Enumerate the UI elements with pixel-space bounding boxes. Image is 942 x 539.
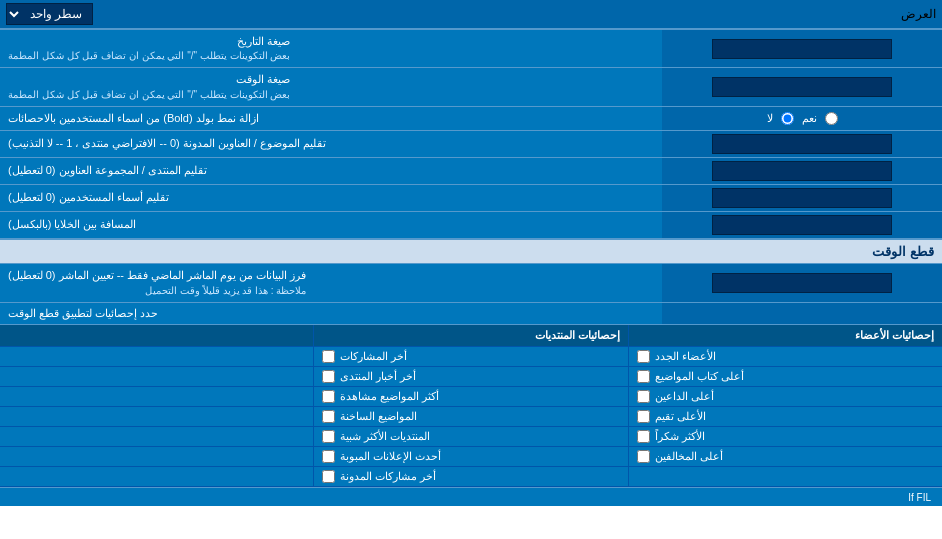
bold-no-label[interactable]: لا bbox=[767, 112, 773, 125]
checkbox-col1-5: أعلى المخالفين bbox=[628, 447, 942, 466]
forum-header-limit-title: تقليم المنتدى / المجموعة العناوين (0 لتع… bbox=[8, 163, 207, 178]
checkbox-col1-0: الأعضاء الجدد bbox=[628, 347, 942, 366]
cutoff-title: قطع الوقت bbox=[872, 244, 934, 259]
date-format-sublabel: بعض التكوينات يتطلب "/" التي يمكن ان تضا… bbox=[8, 49, 290, 63]
col2-header: إحصائيات الأعضاء bbox=[628, 325, 942, 346]
checkbox-row-4: الأكثر شكراًالمنتديات الأكثر شبية bbox=[0, 427, 942, 447]
checkbox-col3-5 bbox=[0, 447, 314, 466]
col1-label-3: الأعلى تقيم bbox=[655, 410, 706, 423]
col2-checkbox-3[interactable] bbox=[322, 410, 335, 423]
col2-checkbox-5[interactable] bbox=[322, 450, 335, 463]
col1-label-4: الأكثر شكراً bbox=[655, 430, 705, 443]
checkbox-row-0: الأعضاء الجددأخر المشاركات bbox=[0, 347, 942, 367]
limit-label-row: حدد إحصائيات لتطبيق قطع الوقت bbox=[0, 303, 942, 325]
bold-remove-input-cell: نعم لا bbox=[662, 107, 942, 130]
checkbox-col2-0: أخر المشاركات bbox=[314, 347, 627, 366]
topic-title-limit-title: تقليم الموضوع / العناوين المدونة (0 -- ا… bbox=[8, 136, 326, 151]
checkbox-col3-6 bbox=[0, 467, 314, 486]
checkbox-col2-3: المواضيع الساخنة bbox=[314, 407, 627, 426]
checkbox-headers-row: إحصائيات الأعضاء إحصائيات المنتديات bbox=[0, 325, 942, 347]
checkbox-col2-2: أكثر المواضيع مشاهدة bbox=[314, 387, 627, 406]
col2-label-4: المنتديات الأكثر شبية bbox=[340, 430, 430, 443]
bold-remove-label: ازالة نمط بولد (Bold) من اسماء المستخدمي… bbox=[0, 107, 662, 130]
checkbox-row-6: أخر مشاركات المدونة bbox=[0, 467, 942, 487]
time-format-title: صيغة الوقت bbox=[236, 73, 290, 85]
topic-title-limit-label: تقليم الموضوع / العناوين المدونة (0 -- ا… bbox=[0, 131, 662, 157]
forum-header-limit-row: 33 تقليم المنتدى / المجموعة العناوين (0 … bbox=[0, 158, 942, 185]
time-format-label: صيغة الوقت بعض التكوينات يتطلب "/" التي … bbox=[0, 68, 662, 105]
col1-checkbox-0[interactable] bbox=[637, 350, 650, 363]
forum-header-limit-input-cell: 33 bbox=[662, 158, 942, 184]
username-limit-input[interactable]: 0 bbox=[712, 188, 892, 208]
checkbox-col3-3 bbox=[0, 407, 314, 426]
checkbox-col3-4 bbox=[0, 427, 314, 446]
cell-spacing-input-cell: 2 bbox=[662, 212, 942, 238]
time-format-input[interactable]: H:i bbox=[712, 77, 892, 97]
col2-checkbox-2[interactable] bbox=[322, 390, 335, 403]
topic-title-limit-input-cell: 33 bbox=[662, 131, 942, 157]
username-limit-label: تقليم أسماء المستخدمين (0 لتعطيل) bbox=[0, 185, 662, 211]
cutoff-note: ملاحظة : هذا قد يزيد قليلاً وقت التحميل bbox=[8, 284, 306, 298]
col1-label-0: الأعضاء الجدد bbox=[655, 350, 716, 363]
username-limit-title: تقليم أسماء المستخدمين (0 لتعطيل) bbox=[8, 190, 169, 205]
checkbox-col1-2: أعلى الداعين bbox=[628, 387, 942, 406]
col1-checkbox-1[interactable] bbox=[637, 370, 650, 383]
col2-checkbox-6[interactable] bbox=[322, 470, 335, 483]
bottom-note: If FIL bbox=[903, 490, 936, 505]
checkbox-col3-2 bbox=[0, 387, 314, 406]
time-format-row: H:i صيغة الوقت بعض التكوينات يتطلب "/" ا… bbox=[0, 68, 942, 106]
cell-spacing-input[interactable]: 2 bbox=[712, 215, 892, 235]
date-format-title: صيغة التاريخ bbox=[237, 35, 290, 47]
col1-header: إحصائيات المنتديات bbox=[314, 325, 627, 346]
col1-checkbox-3[interactable] bbox=[637, 410, 650, 423]
cutoff-label: فرز البيانات من يوم الماشر الماضي فقط --… bbox=[0, 264, 662, 301]
col1-label-5: أعلى المخالفين bbox=[655, 450, 723, 463]
date-format-label: صيغة التاريخ بعض التكوينات يتطلب "/" الت… bbox=[0, 30, 662, 67]
limit-label-input-cell bbox=[662, 303, 942, 324]
col2-checkbox-0[interactable] bbox=[322, 350, 335, 363]
checkbox-rows: الأعضاء الجددأخر المشاركاتأعلى كتاب المو… bbox=[0, 347, 942, 487]
topic-title-limit-row: 33 تقليم الموضوع / العناوين المدونة (0 -… bbox=[0, 131, 942, 158]
col2-checkbox-4[interactable] bbox=[322, 430, 335, 443]
bold-radio-group: نعم لا bbox=[767, 112, 838, 125]
checkbox-row-2: أعلى الداعينأكثر المواضيع مشاهدة bbox=[0, 387, 942, 407]
col2-label-3: المواضيع الساخنة bbox=[340, 410, 417, 423]
topic-title-limit-input[interactable]: 33 bbox=[712, 134, 892, 154]
col2-label-5: أحدث الإعلانات المبوبة bbox=[340, 450, 441, 463]
col1-checkbox-2[interactable] bbox=[637, 390, 650, 403]
cutoff-section-header: قطع الوقت bbox=[0, 239, 942, 264]
cutoff-input[interactable]: 0 bbox=[712, 273, 892, 293]
time-format-sublabel: بعض التكوينات يتطلب "/" التي يمكن ان تضا… bbox=[8, 88, 290, 102]
col1-checkbox-5[interactable] bbox=[637, 450, 650, 463]
bold-yes-radio[interactable] bbox=[825, 112, 838, 125]
time-format-input-cell: H:i bbox=[662, 68, 942, 105]
checkbox-col3-1 bbox=[0, 367, 314, 386]
checkbox-row-1: أعلى كتاب المواضيعأخر أخبار المنتدى bbox=[0, 367, 942, 387]
checkbox-col1-3: الأعلى تقيم bbox=[628, 407, 942, 426]
date-format-input-cell: d-m bbox=[662, 30, 942, 67]
date-format-row: d-m صيغة التاريخ بعض التكوينات يتطلب "/"… bbox=[0, 30, 942, 68]
username-limit-input-cell: 0 bbox=[662, 185, 942, 211]
checkbox-col2-5: أحدث الإعلانات المبوبة bbox=[314, 447, 627, 466]
checkbox-col3-0 bbox=[0, 347, 314, 366]
display-select[interactable]: سطر واحدسطرانثلاثة أسطر bbox=[6, 3, 93, 25]
date-format-input[interactable]: d-m bbox=[712, 39, 892, 59]
top-row: العرض سطر واحدسطرانثلاثة أسطر bbox=[0, 0, 942, 30]
bottom-note-row: If FIL bbox=[0, 487, 942, 506]
username-limit-row: 0 تقليم أسماء المستخدمين (0 لتعطيل) bbox=[0, 185, 942, 212]
cutoff-input-cell: 0 bbox=[662, 264, 942, 301]
bold-yes-label[interactable]: نعم bbox=[802, 112, 817, 125]
col2-label-1: أخر أخبار المنتدى bbox=[340, 370, 416, 383]
bold-no-radio[interactable] bbox=[781, 112, 794, 125]
checkbox-col1-1: أعلى كتاب المواضيع bbox=[628, 367, 942, 386]
cell-spacing-row: 2 المسافة بين الخلايا (بالبكسل) bbox=[0, 212, 942, 239]
col1-label-2: أعلى الداعين bbox=[655, 390, 714, 403]
limit-label-text: حدد إحصائيات لتطبيق قطع الوقت bbox=[0, 303, 662, 324]
col2-label-2: أكثر المواضيع مشاهدة bbox=[340, 390, 439, 403]
col1-checkbox-4[interactable] bbox=[637, 430, 650, 443]
col2-checkbox-1[interactable] bbox=[322, 370, 335, 383]
checkbox-row-3: الأعلى تقيمالمواضيع الساخنة bbox=[0, 407, 942, 427]
limit-label-title: حدد إحصائيات لتطبيق قطع الوقت bbox=[8, 307, 158, 320]
checkbox-col2-4: المنتديات الأكثر شبية bbox=[314, 427, 627, 446]
forum-header-limit-input[interactable]: 33 bbox=[712, 161, 892, 181]
